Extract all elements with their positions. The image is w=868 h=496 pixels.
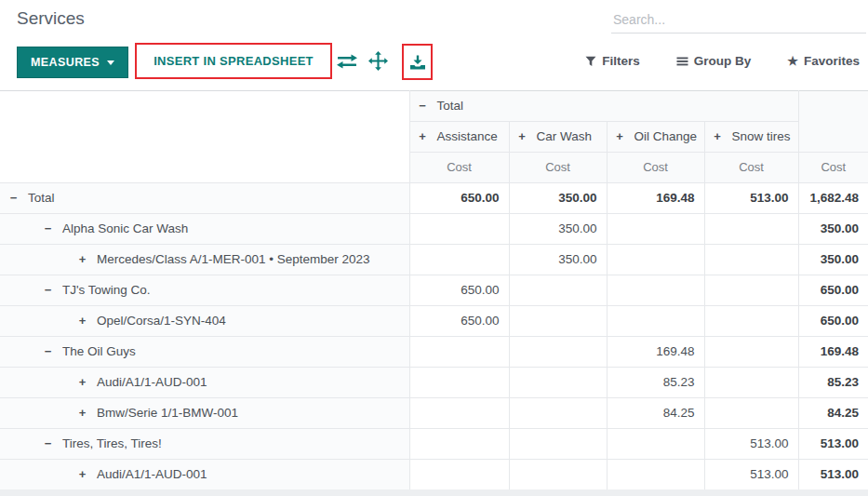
pivot-row-mercedes-class-a-1-mer-001-september-2023: +Mercedes/Class A/1-MER-001 • September … bbox=[0, 245, 868, 275]
pivot-cell bbox=[704, 368, 798, 398]
column-header-label: Assistance bbox=[437, 129, 498, 143]
row-header-label: TJ's Towing Co. bbox=[62, 283, 151, 297]
page-title: Services bbox=[17, 8, 85, 29]
pivot-cell bbox=[607, 214, 704, 245]
pivot-cell bbox=[509, 306, 607, 337]
pivot-cell: 513.00 bbox=[704, 460, 798, 490]
column-header-assistance[interactable]: +Assistance bbox=[409, 122, 509, 153]
collapse-icon: − bbox=[42, 429, 54, 459]
collapse-icon: − bbox=[417, 91, 429, 121]
expand-all-button[interactable] bbox=[368, 51, 388, 74]
measure-header-cost[interactable]: Cost bbox=[704, 153, 798, 183]
favorites-menu[interactable]: ★ Favorites bbox=[781, 53, 865, 69]
collapse-icon: − bbox=[7, 183, 20, 213]
pivot-cell: 650.00 bbox=[409, 183, 509, 214]
pivot-cell-row-total: 650.00 bbox=[798, 306, 868, 337]
row-header-tj-s-towing-co[interactable]: −TJ's Towing Co. bbox=[0, 275, 409, 306]
row-header-audi-a1-1-aud-001[interactable]: +Audi/A1/1-AUD-001 bbox=[0, 368, 409, 398]
expand-icon: + bbox=[76, 245, 88, 275]
pivot-cell bbox=[409, 214, 509, 245]
pivot-cell bbox=[409, 398, 509, 429]
pivot-row-tires-tires-tires: −Tires, Tires, Tires!513.00513.00 bbox=[0, 429, 868, 460]
measure-header-cost[interactable]: Cost bbox=[509, 153, 607, 183]
row-header-label: Alpha Sonic Car Wash bbox=[62, 221, 188, 235]
column-header-oil-change[interactable]: +Oil Change bbox=[607, 122, 704, 153]
pivot-cell: 350.00 bbox=[509, 183, 607, 214]
pivot-cell-row-total: 513.00 bbox=[798, 429, 868, 460]
expand-icon: + bbox=[76, 398, 88, 428]
pivot-cell: 650.00 bbox=[409, 275, 509, 306]
pivot-row-tj-s-towing-co: −TJ's Towing Co.650.00650.00 bbox=[0, 275, 868, 306]
flip-axes-icon bbox=[336, 54, 358, 69]
pivot-cell bbox=[607, 306, 704, 337]
pivot-cell: 513.00 bbox=[704, 429, 798, 460]
pivot-cell: 169.48 bbox=[607, 183, 704, 214]
pivot-cell bbox=[409, 460, 509, 490]
row-header-label: Bmw/Serie 1/1-BMW-001 bbox=[97, 406, 238, 420]
collapse-icon: − bbox=[42, 214, 54, 244]
row-header-the-oil-guys[interactable]: −The Oil Guys bbox=[0, 337, 409, 368]
column-header-car-wash[interactable]: +Car Wash bbox=[509, 122, 607, 153]
download-icon bbox=[409, 55, 426, 70]
pivot-cell bbox=[509, 275, 607, 306]
filter-icon bbox=[585, 56, 596, 67]
row-header-total[interactable]: −Total bbox=[0, 183, 409, 214]
pivot-cell: 350.00 bbox=[509, 245, 607, 275]
pivot-cell bbox=[704, 306, 798, 337]
highlight-box-download bbox=[402, 44, 433, 80]
pivot-row-audi-a1-1-aud-001: +Audi/A1/1-AUD-00185.2385.23 bbox=[0, 368, 868, 398]
pivot-cell bbox=[607, 429, 704, 460]
pivot-cell-row-total: 513.00 bbox=[798, 460, 868, 490]
pivot-cell-row-total: 169.48 bbox=[798, 337, 868, 368]
row-header-alpha-sonic-car-wash[interactable]: −Alpha Sonic Car Wash bbox=[0, 214, 409, 245]
expand-icon: + bbox=[76, 460, 88, 489]
measure-header-cost[interactable]: Cost bbox=[607, 153, 704, 183]
column-header-snow-tires[interactable]: +Snow tires bbox=[704, 122, 798, 153]
four-direction-arrows-icon bbox=[368, 51, 388, 71]
pivot-cell bbox=[607, 275, 704, 306]
insert-in-spreadsheet-button[interactable]: INSERT IN SPREADSHEET bbox=[137, 45, 330, 77]
row-header-label: Audi/A1/1-AUD-001 bbox=[97, 375, 207, 389]
collapse-icon: − bbox=[42, 275, 54, 305]
pivot-row-alpha-sonic-car-wash: −Alpha Sonic Car Wash350.00350.00 bbox=[0, 214, 868, 245]
search-options-bar: Filters Group By ★ Favorites bbox=[580, 53, 865, 69]
column-header-total[interactable]: −Total bbox=[409, 91, 798, 122]
measures-button-label: MEASURES bbox=[31, 56, 100, 69]
pivot-row-opel-corsa-1-syn-404: +Opel/Corsa/1-SYN-404650.00650.00 bbox=[0, 306, 868, 337]
filters-menu[interactable]: Filters bbox=[580, 53, 646, 69]
favorites-label: Favorites bbox=[804, 54, 860, 68]
column-header-total-label: Total bbox=[437, 99, 464, 113]
row-header-tires-tires-tires[interactable]: −Tires, Tires, Tires! bbox=[0, 429, 409, 460]
pivot-cell-row-total: 84.25 bbox=[798, 398, 868, 429]
column-header-row-total-spacer bbox=[798, 91, 868, 153]
pivot-cell bbox=[704, 245, 798, 275]
flip-axes-button[interactable] bbox=[336, 54, 358, 72]
row-header-opel-corsa-1-syn-404[interactable]: +Opel/Corsa/1-SYN-404 bbox=[0, 306, 409, 337]
caret-down-icon bbox=[107, 60, 114, 65]
expand-icon: + bbox=[614, 122, 626, 152]
group-by-label: Group By bbox=[694, 54, 752, 68]
row-header-label: Tires, Tires, Tires! bbox=[62, 436, 162, 450]
pivot-cell bbox=[409, 245, 509, 275]
pivot-row-the-oil-guys: −The Oil Guys169.48169.48 bbox=[0, 337, 868, 368]
pivot-row-total: −Total650.00350.00169.48513.001,682.48 bbox=[0, 183, 868, 214]
pivot-cell-row-total: 85.23 bbox=[798, 368, 868, 398]
row-header-audi-a1-1-aud-001[interactable]: +Audi/A1/1-AUD-001 bbox=[0, 460, 409, 490]
pivot-cell: 350.00 bbox=[509, 214, 607, 245]
measure-header-cost[interactable]: Cost bbox=[409, 153, 509, 183]
row-header-bmw-serie-1-1-bmw-001[interactable]: +Bmw/Serie 1/1-BMW-001 bbox=[0, 398, 409, 429]
row-header-label: Total bbox=[28, 191, 55, 205]
pivot-cell bbox=[607, 245, 704, 275]
pivot-cell bbox=[509, 368, 607, 398]
measure-header-cost[interactable]: Cost bbox=[798, 153, 868, 183]
row-header-mercedes-class-a-1-mer-001-september-2023[interactable]: +Mercedes/Class A/1-MER-001 • September … bbox=[0, 245, 409, 275]
pivot-cell: 169.48 bbox=[607, 337, 704, 368]
search-input[interactable] bbox=[611, 6, 866, 33]
measures-button[interactable]: MEASURES bbox=[17, 47, 128, 78]
download-button[interactable] bbox=[409, 55, 426, 70]
column-header-label: Oil Change bbox=[634, 129, 698, 143]
group-by-menu[interactable]: Group By bbox=[671, 53, 757, 69]
pivot-cell: 650.00 bbox=[409, 306, 509, 337]
pivot-row-bmw-serie-1-1-bmw-001: +Bmw/Serie 1/1-BMW-00184.2584.25 bbox=[0, 398, 868, 429]
pivot-cell bbox=[409, 337, 509, 368]
